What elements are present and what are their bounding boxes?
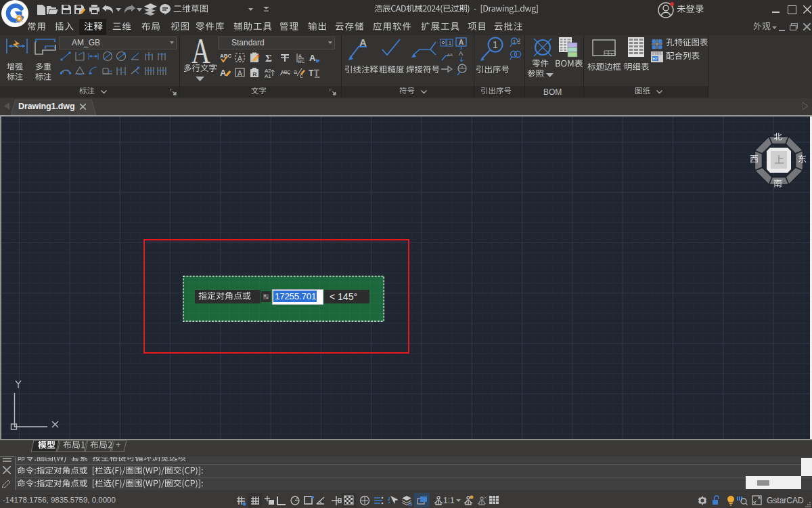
svg-text:BC: BC — [298, 59, 305, 64]
svg-text:A: A — [220, 68, 227, 78]
svg-text:1: 1 — [493, 39, 498, 50]
svg-text:A: A — [298, 54, 302, 58]
svg-text:A: A — [459, 39, 464, 46]
svg-text:a: a — [294, 68, 297, 75]
svg-text:.1: .1 — [447, 41, 451, 45]
svg-text:A: A — [309, 53, 316, 63]
svg-text:ABC: ABC — [281, 70, 290, 75]
svg-text:A1: A1 — [265, 73, 271, 79]
svg-text:A: A — [238, 70, 242, 77]
svg-text:A: A — [459, 50, 463, 57]
svg-text:Σ: Σ — [265, 53, 272, 64]
svg-text:T: T — [309, 68, 314, 78]
svg-text:A: A — [238, 55, 242, 62]
svg-text:2: 2 — [518, 38, 520, 43]
svg-text:1: 1 — [513, 39, 516, 44]
svg-text:T: T — [314, 68, 319, 78]
svg-text:H7: H7 — [653, 57, 658, 61]
svg-text:A: A — [359, 38, 367, 48]
svg-text:R: R — [253, 71, 257, 77]
svg-text:AA: AA — [447, 53, 453, 57]
